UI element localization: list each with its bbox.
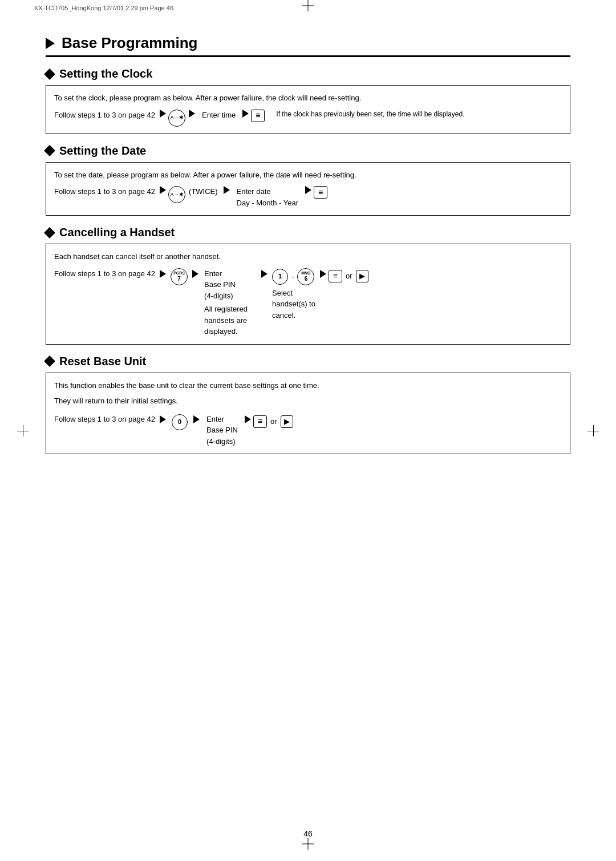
cancel-enter-label3: (4-digits) <box>204 290 233 302</box>
clock-intro: To set the clock, please program as belo… <box>54 92 562 104</box>
clock-special-btn: A→✱ <box>168 110 185 127</box>
reset-key-0: 0 <box>172 414 188 430</box>
date-twice-label: (TWICE) <box>189 186 218 197</box>
cancel-intro: Each handset can cancel itself or anothe… <box>54 251 562 262</box>
clock-steps-text: Follow steps 1 to 3 on page 42 <box>54 110 155 121</box>
cancel-arrow-icon-3 <box>261 270 268 278</box>
reset-arrow-icon-1 <box>160 415 166 423</box>
main-content: Base Programming Setting the Clock To se… <box>46 34 570 460</box>
clock-info-box: To set the clock, please program as belo… <box>46 85 570 134</box>
reset-intro1: This function enables the base unit to c… <box>54 380 562 391</box>
cancel-arrow-1 <box>160 270 166 278</box>
crop-mark-bottom-center <box>302 838 314 850</box>
cancel-key-mno6: MNO 6 <box>297 268 314 285</box>
date-arrow-3 <box>305 186 311 194</box>
date-arrow-1 <box>160 186 166 194</box>
date-enter-block: Enter date Day - Month - Year <box>237 186 298 208</box>
cancel-arrow-icon-1 <box>160 270 166 278</box>
cancel-arrow-icon-2 <box>192 270 198 278</box>
section-cancel-handset-title: Cancelling a Handset <box>46 226 570 239</box>
arrow-icon-1 <box>160 110 166 118</box>
clock-note: If the clock has previously been set, th… <box>276 110 464 119</box>
cancel-keys-row: 1 - MNO 6 <box>272 268 314 285</box>
date-steps-text: Follow steps 1 to 3 on page 42 <box>54 186 155 197</box>
cancel-play-icon: ▶ <box>356 270 368 282</box>
date-arrow-icon-3 <box>305 186 311 194</box>
date-special-btn: A→✱ <box>168 186 185 203</box>
diamond-bullet-cancel <box>44 227 55 239</box>
section-reset-base-title: Reset Base Unit <box>46 355 570 368</box>
crop-mark-right <box>587 425 599 436</box>
reset-menu-icon: ≡ <box>253 415 267 428</box>
cancel-all-reg3: displayed. <box>204 326 238 337</box>
header-bar: KX-TCD705_HongKong 12/7/01 2:29 pm Page … <box>34 5 582 11</box>
reset-enter-label1: Enter <box>206 414 224 425</box>
clock-menu-icon: ≡ <box>251 110 265 122</box>
reset-intro2: They will return to their initial settin… <box>54 395 562 407</box>
reset-or-text: or <box>270 416 277 427</box>
date-arrow-icon-1 <box>160 186 166 194</box>
date-enter-label2: Day - Month - Year <box>237 197 298 209</box>
clock-arrow-3 <box>242 110 249 118</box>
date-info-box: To set the date, please program as below… <box>46 162 570 216</box>
reset-step-row: Follow steps 1 to 3 on page 42 0 Enter B <box>54 414 562 447</box>
cancel-menu-icon: ≡ <box>329 270 342 282</box>
cancel-enter-block: Enter Base PIN (4-digits) All registered… <box>204 268 256 337</box>
date-arrow-icon-2 <box>224 186 230 194</box>
cancel-keys-block: 1 - MNO 6 Select handset(s) to cancel. <box>272 268 315 321</box>
section-clock-label: Setting the Clock <box>59 67 152 80</box>
date-step-row: Follow steps 1 to 3 on page 42 A→✱ (TWIC… <box>54 186 562 208</box>
page-title-section: Base Programming <box>46 34 570 57</box>
reset-arrow-1 <box>160 415 166 423</box>
diamond-bullet-reset <box>44 355 55 367</box>
clock-enter-time: Enter time <box>202 110 236 121</box>
section-setting-clock-title: Setting the Clock <box>46 67 570 80</box>
cancel-select3: cancel. <box>272 310 315 321</box>
cancel-or-text: or <box>346 270 352 282</box>
clock-arrow-1 <box>160 110 166 118</box>
reset-enter-block: Enter Base PIN (4-digits) <box>206 414 238 447</box>
cancel-arrow-4 <box>320 270 326 278</box>
clock-arrow-2 <box>189 110 195 118</box>
cancel-arrow-3 <box>261 270 268 278</box>
reset-arrow-3 <box>245 415 251 423</box>
reset-final-icons: ≡ or ▶ <box>253 415 293 428</box>
cancel-select2: handset(s) to <box>272 298 315 310</box>
date-arrow-2 <box>224 186 230 194</box>
cancel-all-reg2: handsets are <box>204 315 247 326</box>
cancel-step-row: Follow steps 1 to 3 on page 42 PGRS 7 <box>54 268 562 337</box>
date-intro: To set the date, please program as below… <box>54 169 562 181</box>
cancel-pgrs7-key: PGRS 7 <box>171 268 188 285</box>
arrow-icon-3 <box>242 110 249 118</box>
page-number: 46 <box>303 829 313 838</box>
title-arrow-icon <box>46 38 55 49</box>
diamond-bullet-date <box>44 145 55 156</box>
reset-enter-label3: (4-digits) <box>206 436 236 447</box>
reset-enter-label2: Base PIN <box>206 425 238 436</box>
reset-arrow-icon-3 <box>245 415 251 423</box>
cancel-arrow-2 <box>192 270 198 278</box>
section-date-label: Setting the Date <box>59 144 146 157</box>
cancel-enter-label2: Base PIN <box>204 279 236 290</box>
reset-arrow-2 <box>193 415 200 423</box>
reset-steps-text: Follow steps 1 to 3 on page 42 <box>54 414 155 425</box>
cancel-arrow-icon-4 <box>320 270 326 278</box>
cancel-all-reg1: All registered <box>204 304 248 315</box>
arrow-icon-2 <box>189 110 195 118</box>
cancel-steps-text: Follow steps 1 to 3 on page 42 <box>54 268 155 280</box>
cancel-key-1: 1 <box>272 269 288 285</box>
cancel-select1: Select <box>272 288 315 299</box>
cancel-final-icons: ≡ or ▶ <box>329 270 368 282</box>
cancel-info-box: Each handset can cancel itself or anothe… <box>46 244 570 345</box>
section-cancel-label: Cancelling a Handset <box>59 226 175 239</box>
header-text: KX-TCD705_HongKong 12/7/01 2:29 pm Page … <box>34 5 173 11</box>
reset-info-box: This function enables the base unit to c… <box>46 373 570 455</box>
section-reset-label: Reset Base Unit <box>59 355 146 368</box>
cancel-select-block: Select handset(s) to cancel. <box>272 288 315 321</box>
date-menu-icon: ≡ <box>314 186 327 199</box>
section-setting-date-title: Setting the Date <box>46 144 570 157</box>
cancel-pgrs-key-block: PGRS 7 <box>171 268 188 285</box>
clock-step-row: Follow steps 1 to 3 on page 42 A→✱ Enter… <box>54 110 562 127</box>
diamond-bullet-clock <box>44 68 55 80</box>
reset-arrow-icon-2 <box>193 415 200 423</box>
